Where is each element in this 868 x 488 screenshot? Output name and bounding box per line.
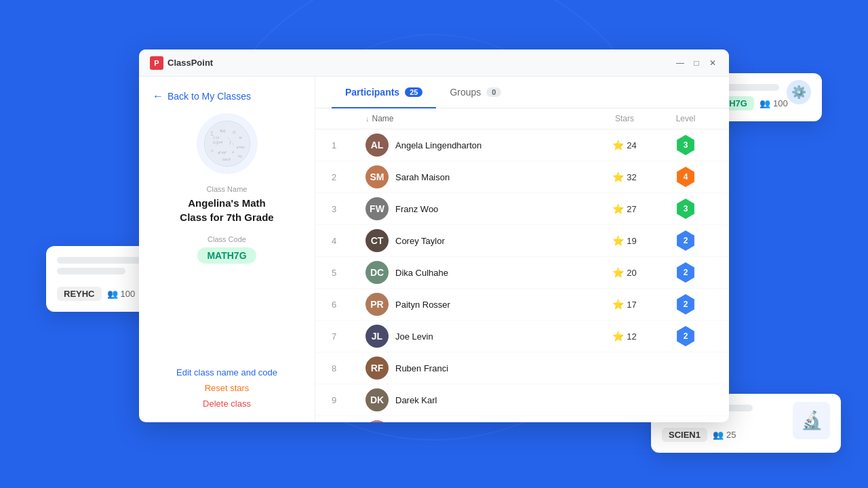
svg-text:√2: √2 bbox=[232, 130, 236, 134]
level-badge: 2 bbox=[675, 262, 696, 283]
star-icon: ⭐ bbox=[612, 331, 624, 342]
avatar: DC bbox=[366, 261, 389, 284]
stars-wrapper: ⭐ 17 bbox=[591, 299, 658, 310]
stars-cell: ⭐ 19 bbox=[591, 235, 658, 246]
main-window: P ClassPoint — □ ✕ ← Back to My Classes … bbox=[139, 49, 729, 422]
stars-cell: ⭐ 12 bbox=[591, 331, 658, 342]
svg-text:f(x): f(x) bbox=[220, 129, 225, 133]
row-name-cell: FW Franz Woo bbox=[366, 197, 591, 220]
avatar-initials: JL bbox=[366, 325, 389, 348]
reset-stars-link[interactable]: Reset stars bbox=[153, 383, 301, 393]
avatar-initials: PR bbox=[366, 293, 389, 316]
tab-participants[interactable]: Participants 25 bbox=[332, 77, 436, 108]
table-row: 8 RF Ruben Franci bbox=[315, 352, 729, 384]
people-icon-rt: 👥 bbox=[760, 98, 770, 108]
minimize-button[interactable]: — bbox=[675, 58, 686, 68]
close-button[interactable]: ✕ bbox=[707, 58, 718, 68]
student-name: Franz Woo bbox=[395, 204, 438, 214]
table-rows: 1 AL Angela Lingendharton ⭐ 24 3 2 SM bbox=[315, 129, 729, 422]
avatar-initials: SM bbox=[366, 165, 389, 188]
svg-text:2+2=4: 2+2=4 bbox=[213, 141, 222, 144]
class-avatar: ∑ f(x) √2 π 2+2=4 ∫ y=mx △ a²+b² ∞ cos θ… bbox=[197, 113, 258, 174]
svg-text:cos θ: cos θ bbox=[222, 158, 231, 161]
card-people-left: 👥 100 bbox=[107, 289, 136, 299]
window-controls: — □ ✕ bbox=[675, 58, 718, 68]
card-code-left: REYHC bbox=[57, 287, 102, 301]
stars-cell: ⭐ 20 bbox=[591, 267, 658, 278]
row-number: 5 bbox=[332, 268, 366, 278]
sort-down-icon: ↓ bbox=[366, 115, 370, 123]
edit-class-link[interactable]: Edit class name and code bbox=[153, 367, 301, 378]
class-code-label: Class Code bbox=[153, 235, 301, 243]
back-link[interactable]: ← Back to My Classes bbox=[153, 90, 301, 102]
col-name-header: ↓ Name bbox=[366, 114, 591, 123]
avatar: PR bbox=[366, 293, 389, 316]
row-name-cell: SM Sarah Maison bbox=[366, 165, 591, 188]
level-cell: 3 bbox=[658, 199, 713, 219]
stars-wrapper: ⭐ 32 bbox=[591, 171, 658, 182]
participants-count: 25 bbox=[405, 87, 422, 97]
window-body: ← Back to My Classes ∑ f(x) √2 π 2+2=4 ∫… bbox=[139, 77, 729, 422]
avatar: SM bbox=[366, 165, 389, 188]
avatar: DW bbox=[366, 420, 389, 422]
level-badge: 2 bbox=[675, 230, 696, 251]
row-number: 9 bbox=[332, 395, 366, 405]
svg-text:∑: ∑ bbox=[210, 130, 214, 136]
row-name-cell: DW Diana Woo bbox=[366, 420, 591, 422]
level-cell: 2 bbox=[658, 294, 713, 314]
avatar: DK bbox=[366, 388, 389, 411]
app-title: ClassPoint bbox=[167, 58, 213, 68]
row-name-cell: RF Ruben Franci bbox=[366, 357, 591, 380]
stars-cell: ⭐ 24 bbox=[591, 140, 658, 150]
col-stars-header: Stars bbox=[591, 114, 658, 123]
avatar-initials: FW bbox=[366, 197, 389, 220]
svg-text:3.14: 3.14 bbox=[213, 136, 220, 140]
avatar: FW bbox=[366, 197, 389, 220]
student-name: Dika Culhahe bbox=[395, 268, 448, 278]
table-header: ↓ Name Stars Level bbox=[315, 108, 729, 129]
class-name-label: Class Name bbox=[153, 185, 301, 193]
table-row: 2 SM Sarah Maison ⭐ 32 4 bbox=[315, 161, 729, 193]
tab-groups[interactable]: Groups 0 bbox=[436, 77, 515, 108]
groups-count: 0 bbox=[486, 87, 501, 97]
row-number: 2 bbox=[332, 172, 366, 182]
skeleton-line-short bbox=[57, 268, 125, 274]
avatar-initials: DC bbox=[366, 261, 389, 284]
level-cell: 4 bbox=[658, 167, 713, 187]
table-row: 9 DK Darek Karl bbox=[315, 384, 729, 416]
card-people-right-top: 👥 100 bbox=[760, 98, 788, 108]
col-level-header: Level bbox=[658, 114, 713, 123]
people-icon-rb: 👥 bbox=[713, 430, 724, 440]
maximize-button[interactable]: □ bbox=[691, 58, 702, 68]
student-name: Paityn Rosser bbox=[395, 300, 450, 310]
level-cell: 2 bbox=[658, 230, 713, 251]
logo-icon: P bbox=[150, 56, 163, 70]
table-row: 4 CT Corey Taylor ⭐ 19 2 bbox=[315, 225, 729, 257]
row-name-cell: JL Joe Levin bbox=[366, 325, 591, 348]
row-number: 3 bbox=[332, 204, 366, 214]
level-cell: 2 bbox=[658, 262, 713, 283]
avatar-initials: RF bbox=[366, 357, 389, 380]
row-number: 4 bbox=[332, 236, 366, 246]
star-icon: ⭐ bbox=[612, 235, 624, 246]
table-row: 3 FW Franz Woo ⭐ 27 3 bbox=[315, 193, 729, 225]
svg-text:∞: ∞ bbox=[232, 150, 235, 154]
delete-class-link[interactable]: Delete class bbox=[153, 399, 301, 409]
star-icon: ⭐ bbox=[612, 140, 624, 150]
star-icon: ⭐ bbox=[612, 267, 624, 278]
avatar: RF bbox=[366, 357, 389, 380]
level-cell: 3 bbox=[658, 135, 713, 155]
level-cell: 2 bbox=[658, 326, 713, 346]
tabs-bar: Participants 25 Groups 0 bbox=[315, 77, 729, 108]
row-name-cell: AL Angela Lingendharton bbox=[366, 134, 591, 157]
avatar-initials: CT bbox=[366, 229, 389, 252]
avatar-initials: DW bbox=[366, 420, 389, 422]
back-arrow-icon: ← bbox=[153, 90, 163, 102]
svg-text:log: log bbox=[237, 155, 242, 158]
stars-cell: ⭐ 32 bbox=[591, 171, 658, 182]
avatar-initials: AL bbox=[366, 134, 389, 157]
svg-text:y=mx: y=mx bbox=[237, 146, 245, 149]
star-icon: ⭐ bbox=[612, 203, 624, 214]
row-number: 6 bbox=[332, 300, 366, 310]
student-name: Darek Karl bbox=[395, 395, 437, 405]
